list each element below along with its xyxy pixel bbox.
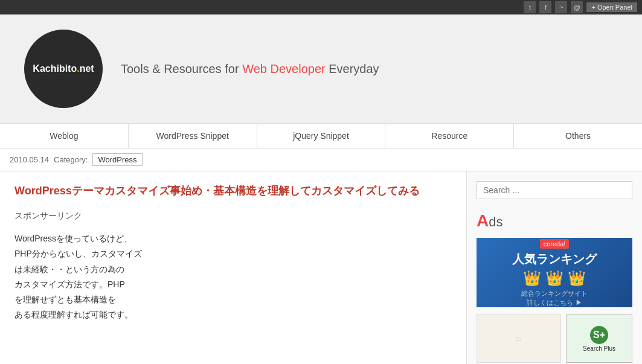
- breadcrumb-category-label: Category:: [54, 155, 88, 164]
- ad-2-left-placeholder: □: [517, 335, 521, 342]
- article-line-5: を理解せずとも基本構造を: [14, 292, 452, 307]
- ranking-icons: 👑 👑 👑: [512, 270, 597, 287]
- sidebar: Ads coreda! 人気ランキング 👑 👑 👑 総合ランキングサイト 詳しく…: [467, 171, 642, 364]
- article-line-6: ある程度理解すれば可能です。: [14, 307, 452, 322]
- ad-banner-1-content: coreda! 人気ランキング 👑 👑 👑 総合ランキングサイト 詳しくはこちら…: [512, 238, 597, 307]
- site-tagline: Tools & Resources for Web Developer Ever…: [121, 62, 379, 76]
- site-header: Kachibito.net Tools & Resources for Web …: [0, 14, 642, 123]
- article-line-3: は未経験・・という方の為の: [14, 262, 452, 277]
- site-logo[interactable]: Kachibito.net: [24, 30, 103, 108]
- article-body: WordPressを使っているけど、 PHP分からないし、カスタマイズ は未経験…: [14, 231, 452, 322]
- article-line-4: カスタマイズ方法です。PHP: [14, 277, 452, 292]
- main-content: WordPressテーマカスタマイズ事始め・基本構造を理解してカスタマイズしてみ…: [0, 171, 642, 364]
- open-panel-button[interactable]: + Open Panel: [586, 2, 637, 12]
- breadcrumb: 2010.05.14 Category: WordPress: [0, 148, 642, 171]
- article-line-2: PHP分からないし、カスタマイズ: [14, 246, 452, 261]
- nav-item-jquery-snippet[interactable]: jQuery Snippet: [257, 124, 386, 148]
- coreda-badge: coreda!: [540, 239, 570, 249]
- article-title: WordPressテーマカスタマイズ事始め・基本構造を理解してカスタマイズしてみ…: [14, 184, 452, 199]
- breadcrumb-date: 2010.05.14: [10, 155, 49, 164]
- ranking-link: 詳しくはこちら ▶: [512, 298, 597, 307]
- breadcrumb-category-value[interactable]: WordPress: [92, 153, 142, 166]
- twitter-icon[interactable]: t: [524, 1, 536, 13]
- facebook-icon[interactable]: f: [539, 1, 551, 13]
- article-area: WordPressテーマカスタマイズ事始め・基本構造を理解してカスタマイズしてみ…: [0, 171, 467, 364]
- nav-item-wordpress-snippet[interactable]: WordPress Snippet: [129, 124, 257, 148]
- logo-dot: .: [77, 63, 79, 74]
- ad-banner-2: □ S+ Search Plus: [477, 315, 632, 363]
- tagline-highlight: Web Developer: [242, 62, 325, 75]
- ranking-sub: 総合ランキングサイト: [512, 289, 597, 298]
- nav-item-others[interactable]: Others: [514, 124, 642, 148]
- nav-item-weblog[interactable]: Weblog: [0, 124, 129, 148]
- ranking-text: 人気ランキング: [512, 251, 597, 267]
- ad-banner-1[interactable]: coreda! 人気ランキング 👑 👑 👑 総合ランキングサイト 詳しくはこちら…: [477, 238, 632, 307]
- search-input[interactable]: [477, 181, 632, 199]
- rss-icon[interactable]: ~: [555, 1, 567, 13]
- tagline-after: Everyday: [326, 62, 379, 75]
- tagline-before: Tools & Resources for: [121, 62, 242, 75]
- article-line-1: WordPressを使っているけど、: [14, 231, 452, 246]
- search-plus-label: Search Plus: [583, 345, 615, 352]
- logo-text: Kachibito.net: [33, 63, 94, 75]
- ad-banner-2-right[interactable]: S+ Search Plus: [566, 315, 632, 363]
- email-icon[interactable]: @: [571, 1, 583, 13]
- ads-heading: Ads: [477, 211, 632, 231]
- ads-label: ds: [489, 214, 502, 229]
- search-plus-icon: S+: [590, 326, 608, 344]
- nav-item-resource[interactable]: Resource: [385, 124, 514, 148]
- top-bar: t f ~ @ + Open Panel: [0, 0, 642, 14]
- main-nav: Weblog WordPress Snippet jQuery Snippet …: [0, 123, 642, 148]
- ads-A: A: [477, 211, 489, 230]
- sponsor-label: スポンサーリンク: [14, 211, 452, 222]
- ad-banner-2-left[interactable]: □: [477, 315, 561, 363]
